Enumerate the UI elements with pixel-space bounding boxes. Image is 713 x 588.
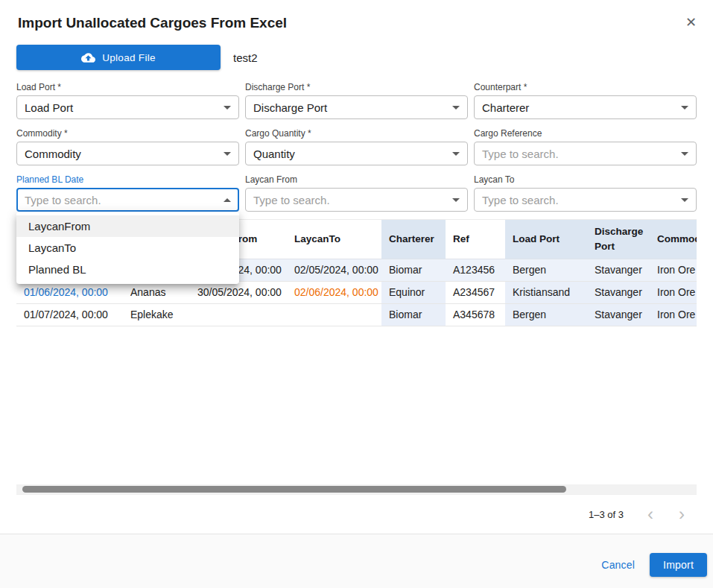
cell: Iron Ore bbox=[650, 259, 697, 281]
cell: 30/05/2024, 00:00 bbox=[190, 281, 287, 303]
field-label: Cargo Quantity * bbox=[245, 128, 468, 139]
pagination-range-label: 1–3 of 3 bbox=[589, 509, 624, 520]
cell bbox=[287, 303, 381, 326]
cell: 02/05/2024, 00:00 bbox=[287, 259, 381, 281]
cell bbox=[190, 303, 287, 326]
field-label: Commodity * bbox=[16, 128, 239, 139]
chevron-down-icon bbox=[224, 152, 231, 156]
col-header-discharge-port[interactable]: Discharge Port bbox=[587, 220, 650, 259]
chevron-down-icon bbox=[681, 198, 688, 202]
counterpart-select[interactable]: Charterer bbox=[474, 95, 697, 119]
field-label: Cargo Reference bbox=[474, 128, 697, 139]
cell: Biomar bbox=[381, 303, 446, 326]
cell: 01/07/2024, 00:00 bbox=[16, 303, 123, 326]
menu-item-laycanto[interactable]: LaycanTo bbox=[16, 237, 239, 259]
cell: Equinor bbox=[381, 281, 446, 303]
field-load-port: Load Port * Load Port bbox=[16, 82, 239, 119]
dialog-actions: Cancel Import bbox=[0, 534, 713, 588]
close-icon[interactable]: ✕ bbox=[684, 13, 698, 31]
cell: Kristiansand bbox=[505, 281, 587, 303]
field-planned-bl-date: Planned BL Date LaycanFrom LaycanTo Plan… bbox=[16, 174, 239, 212]
field-label: Discharge Port * bbox=[245, 82, 468, 92]
field-label: Laycan From bbox=[245, 174, 468, 185]
cargo-reference-select[interactable]: Type to search. bbox=[474, 142, 697, 165]
field-commodity: Commodity * Commodity bbox=[16, 128, 239, 165]
discharge-port-select[interactable]: Discharge Port bbox=[245, 95, 468, 119]
cell: Eplekake bbox=[123, 303, 190, 326]
laycan-to-select[interactable]: Type to search. bbox=[474, 188, 697, 212]
field-label: Counterpart * bbox=[474, 82, 697, 92]
cell: Bergen bbox=[505, 259, 587, 281]
grid-footer: 1–3 of 3 ‹ › bbox=[16, 494, 697, 534]
cloud-upload-icon bbox=[81, 51, 95, 65]
uploaded-file-name: test2 bbox=[233, 51, 258, 64]
planned-bl-date-combobox[interactable] bbox=[16, 188, 239, 212]
chevron-down-icon bbox=[452, 198, 460, 202]
cell: Biomar bbox=[381, 259, 446, 281]
field-counterpart: Counterpart * Charterer bbox=[474, 82, 697, 119]
field-discharge-port: Discharge Port * Discharge Port bbox=[245, 82, 468, 119]
cell: Stavanger bbox=[587, 281, 650, 303]
col-header-commodity[interactable]: Commodity bbox=[650, 220, 697, 259]
upload-button-label: Upload File bbox=[102, 52, 156, 63]
horizontal-scrollbar-thumb[interactable] bbox=[22, 486, 566, 493]
chevron-down-icon bbox=[681, 106, 688, 110]
field-label: Planned BL Date bbox=[16, 174, 239, 185]
chevron-down-icon bbox=[452, 106, 460, 110]
cell: Iron Ore bbox=[650, 281, 697, 303]
chevron-down-icon bbox=[224, 106, 231, 110]
previous-page-icon[interactable]: ‹ bbox=[643, 507, 658, 522]
cancel-button[interactable]: Cancel bbox=[592, 553, 644, 577]
field-label: Laycan To bbox=[474, 174, 697, 185]
menu-item-laycanfrom[interactable]: LaycanFrom bbox=[16, 215, 239, 237]
load-port-select[interactable]: Load Port bbox=[16, 95, 239, 119]
column-options-menu: LaycanFrom LaycanTo Planned BL bbox=[16, 212, 239, 284]
table-row[interactable]: 01/07/2024, 00:00 Eplekake Biomar A34567… bbox=[16, 303, 697, 326]
field-label: Load Port * bbox=[16, 82, 239, 92]
horizontal-scrollbar-track[interactable] bbox=[16, 484, 697, 494]
upload-file-button[interactable]: Upload File bbox=[16, 45, 221, 70]
menu-item-planned-bl[interactable]: Planned BL bbox=[16, 259, 239, 280]
cell: Bergen bbox=[505, 303, 587, 326]
upload-row: Upload File test2 bbox=[0, 33, 713, 70]
col-header-load-port[interactable]: Load Port bbox=[505, 220, 587, 259]
field-cargo-reference: Cargo Reference Type to search. bbox=[474, 128, 697, 165]
import-button[interactable]: Import bbox=[650, 553, 707, 577]
commodity-select[interactable]: Commodity bbox=[16, 142, 239, 165]
cell: Stavanger bbox=[587, 303, 650, 326]
table-row[interactable]: 01/06/2024, 00:00 Ananas 30/05/2024, 00:… bbox=[16, 281, 697, 303]
planned-bl-date-input[interactable] bbox=[25, 194, 224, 206]
pagination-controls: ‹ › bbox=[643, 507, 689, 522]
mapping-form: Load Port * Load Port Discharge Port * D… bbox=[0, 70, 713, 212]
field-laycan-to: Laycan To Type to search. bbox=[474, 174, 697, 212]
chevron-down-icon bbox=[452, 152, 460, 156]
cell: A345678 bbox=[446, 303, 505, 326]
cell: Ananas bbox=[123, 281, 190, 303]
cell: A234567 bbox=[446, 281, 505, 303]
cell: Iron Ore bbox=[650, 303, 697, 326]
dialog-header: Import Unallocated Cargoes From Excel ✕ bbox=[0, 0, 713, 33]
field-laycan-from: Laycan From Type to search. bbox=[245, 174, 468, 212]
col-header-ref[interactable]: Ref bbox=[446, 220, 505, 259]
page-title: Import Unallocated Cargoes From Excel bbox=[18, 13, 287, 33]
cell: 01/06/2024, 00:00 bbox=[16, 281, 123, 303]
laycan-from-select[interactable]: Type to search. bbox=[245, 188, 468, 212]
chevron-down-icon bbox=[681, 152, 688, 156]
col-header-charterer[interactable]: Charterer bbox=[381, 220, 446, 259]
cargo-quantity-select[interactable]: Quantity bbox=[245, 142, 468, 165]
col-header-laycanto[interactable]: LaycanTo bbox=[287, 220, 381, 259]
cell: 02/06/2024, 00:00 bbox=[287, 281, 381, 303]
next-page-icon[interactable]: › bbox=[674, 507, 689, 522]
field-cargo-quantity: Cargo Quantity * Quantity bbox=[245, 128, 468, 165]
cell: Stavanger bbox=[587, 259, 650, 281]
cell: A123456 bbox=[446, 259, 505, 281]
chevron-up-icon bbox=[224, 198, 231, 202]
